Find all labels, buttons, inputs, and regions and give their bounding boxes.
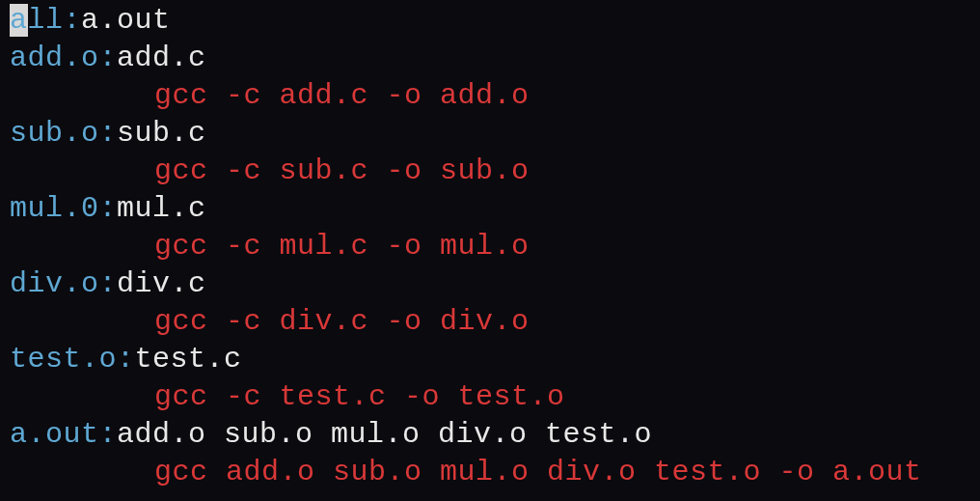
- command-line: gcc add.o sub.o mul.o div.o test.o -o a.…: [10, 454, 970, 491]
- command-line: gcc -c mul.c -o mul.o: [10, 228, 970, 265]
- dependency: mul.c: [117, 192, 206, 225]
- rule-line: sub.o:sub.c: [10, 115, 970, 153]
- cursor: a: [10, 4, 28, 37]
- dependency: test.c: [135, 343, 242, 376]
- dependency: div.c: [117, 267, 206, 300]
- command: gcc -c mul.c -o mul.o: [154, 230, 530, 263]
- rule-line: all:a.out: [10, 2, 970, 40]
- rule-line: a.out:add.o sub.o mul.o div.o test.o: [10, 416, 970, 454]
- rule-line: div.o:div.c: [10, 265, 970, 303]
- command: gcc -c sub.c -o sub.o: [154, 154, 530, 187]
- dependency: sub.c: [117, 117, 206, 150]
- target: test.o:: [10, 343, 135, 376]
- target: a.out:: [10, 418, 117, 451]
- command-line: gcc -c add.c -o add.o: [10, 77, 970, 115]
- command: gcc -c add.c -o add.o: [154, 79, 530, 112]
- rule-line: add.o:add.c: [10, 40, 970, 77]
- dependency: a.out: [81, 4, 171, 37]
- command-line: gcc -c test.c -o test.o: [10, 378, 970, 416]
- rule-line: mul.0:mul.c: [10, 190, 970, 228]
- command-line: gcc -c sub.c -o sub.o: [10, 153, 970, 190]
- command-line: gcc -c div.c -o div.o: [10, 303, 970, 341]
- command: gcc -c test.c -o test.o: [154, 380, 565, 413]
- dependency: add.o sub.o mul.o div.o test.o: [117, 418, 652, 451]
- makefile-editor[interactable]: all:a.out add.o:add.c gcc -c add.c -o ad…: [10, 2, 970, 491]
- command: gcc add.o sub.o mul.o div.o test.o -o a.…: [154, 456, 922, 488]
- target: add.o:: [10, 42, 117, 74]
- rule-line: test.o:test.c: [10, 341, 970, 378]
- target: mul.0:: [10, 192, 117, 225]
- dependency: add.c: [117, 42, 206, 74]
- target: sub.o:: [10, 117, 117, 150]
- target: div.o:: [10, 267, 117, 300]
- command: gcc -c div.c -o div.o: [154, 305, 530, 338]
- target: ll:: [28, 4, 82, 37]
